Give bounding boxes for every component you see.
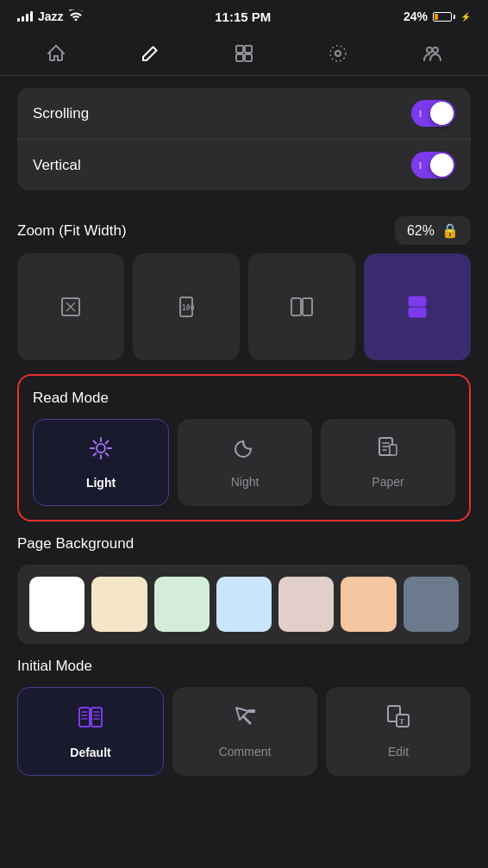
read-mode-section: Read Mode Light <box>17 374 471 521</box>
bg-color-blue[interactable] <box>216 577 272 632</box>
svg-text:T: T <box>399 717 404 726</box>
time-display: 11:15 PM <box>215 9 271 24</box>
svg-line-23 <box>94 453 97 456</box>
bg-color-green[interactable] <box>154 577 210 632</box>
paper-mode-label: Paper <box>372 475 404 489</box>
vertical-row: Vertical <box>17 140 471 190</box>
night-icon <box>232 434 258 466</box>
status-right: 24% ⚡ <box>404 9 471 23</box>
view-mode-buttons: 100 <box>17 253 471 360</box>
svg-rect-14 <box>409 308 426 317</box>
svg-line-22 <box>106 441 109 444</box>
top-navigation <box>0 31 488 76</box>
read-mode-buttons: Light Night Paper <box>33 419 455 506</box>
svg-rect-25 <box>390 445 397 455</box>
carrier-label: Jazz <box>38 9 64 23</box>
status-bar: Jazz 11:15 PM 24% ⚡ <box>0 0 488 31</box>
vertical-toggle[interactable] <box>411 152 455 178</box>
view-fit-button[interactable] <box>17 253 124 360</box>
initial-mode-comment-button[interactable]: Comment <box>172 687 317 776</box>
vertical-toggle-knob <box>430 153 454 177</box>
initial-mode-title: Initial Mode <box>17 658 471 675</box>
page-background-section: Page Background <box>17 535 471 644</box>
view-page-button[interactable]: 100 <box>133 253 240 360</box>
svg-rect-35 <box>248 709 255 713</box>
default-mode-icon <box>77 703 104 737</box>
light-icon <box>88 435 114 467</box>
tab-star[interactable] <box>316 38 360 72</box>
view-double-button[interactable] <box>248 253 355 360</box>
comment-mode-icon <box>231 703 259 736</box>
paper-icon <box>375 434 401 466</box>
bg-color-white[interactable] <box>29 577 84 632</box>
tab-edit[interactable] <box>128 38 172 72</box>
svg-point-5 <box>330 46 346 61</box>
page-background-title: Page Background <box>17 535 471 553</box>
bg-color-cream[interactable] <box>91 577 147 632</box>
bg-color-slate[interactable] <box>404 577 459 632</box>
initial-mode-buttons: Default Comment T <box>17 687 471 776</box>
zoom-row: Zoom (Fit Width) 62% 🔒 <box>17 203 471 253</box>
svg-rect-30 <box>91 708 102 727</box>
svg-point-4 <box>335 51 341 56</box>
scrolling-row: Scrolling <box>17 88 471 140</box>
night-mode-label: Night <box>231 475 260 489</box>
svg-rect-3 <box>245 54 252 61</box>
vertical-label: Vertical <box>33 157 81 174</box>
svg-text:100: 100 <box>182 304 195 312</box>
toggle-section: Scrolling Vertical <box>17 88 471 190</box>
zoom-label: Zoom (Fit Width) <box>17 222 127 240</box>
wifi-icon <box>69 9 83 23</box>
background-color-list <box>17 565 471 644</box>
charging-icon: ⚡ <box>460 12 471 22</box>
read-mode-night-button[interactable]: Night <box>178 419 312 506</box>
svg-rect-12 <box>303 298 312 315</box>
zoom-value-display[interactable]: 62% 🔒 <box>395 216 471 245</box>
svg-line-34 <box>243 716 250 723</box>
battery-icon <box>433 12 455 22</box>
svg-rect-1 <box>245 46 252 53</box>
edit-mode-label: Edit <box>388 745 409 759</box>
view-scroll-button[interactable] <box>364 253 471 360</box>
comment-mode-label: Comment <box>219 745 272 759</box>
lock-icon: 🔒 <box>441 222 459 239</box>
tab-home[interactable] <box>34 38 78 72</box>
svg-point-15 <box>97 444 105 453</box>
signal-icon <box>17 11 33 22</box>
svg-rect-2 <box>236 54 243 61</box>
bg-color-peach[interactable] <box>341 577 396 632</box>
svg-line-20 <box>94 441 97 444</box>
edit-mode-icon: T <box>385 703 412 736</box>
svg-rect-26 <box>79 708 90 727</box>
main-content: Scrolling Vertical Zoom (Fit Width) 62% … <box>0 88 488 776</box>
read-mode-paper-button[interactable]: Paper <box>321 419 455 506</box>
initial-mode-section: Initial Mode Default <box>17 658 471 776</box>
svg-rect-0 <box>236 46 243 53</box>
zoom-percent: 62% <box>407 223 435 239</box>
svg-point-7 <box>433 47 438 53</box>
default-mode-label: Default <box>70 746 110 759</box>
tab-profile[interactable] <box>410 38 454 72</box>
battery-percent: 24% <box>404 9 428 23</box>
initial-mode-edit-button[interactable]: T Edit <box>326 687 471 776</box>
svg-rect-11 <box>291 298 301 315</box>
tab-layout[interactable] <box>222 38 266 72</box>
scrolling-label: Scrolling <box>33 105 89 122</box>
bg-color-rose[interactable] <box>278 577 334 632</box>
status-left: Jazz <box>17 9 83 23</box>
svg-rect-13 <box>409 297 426 306</box>
svg-point-6 <box>427 47 432 53</box>
read-mode-title: Read Mode <box>33 390 455 407</box>
scrolling-toggle[interactable] <box>411 100 455 127</box>
initial-mode-default-button[interactable]: Default <box>17 687 164 776</box>
light-mode-label: Light <box>86 476 116 490</box>
svg-line-21 <box>106 453 109 456</box>
scrolling-toggle-knob <box>430 102 454 125</box>
read-mode-light-button[interactable]: Light <box>33 419 169 506</box>
